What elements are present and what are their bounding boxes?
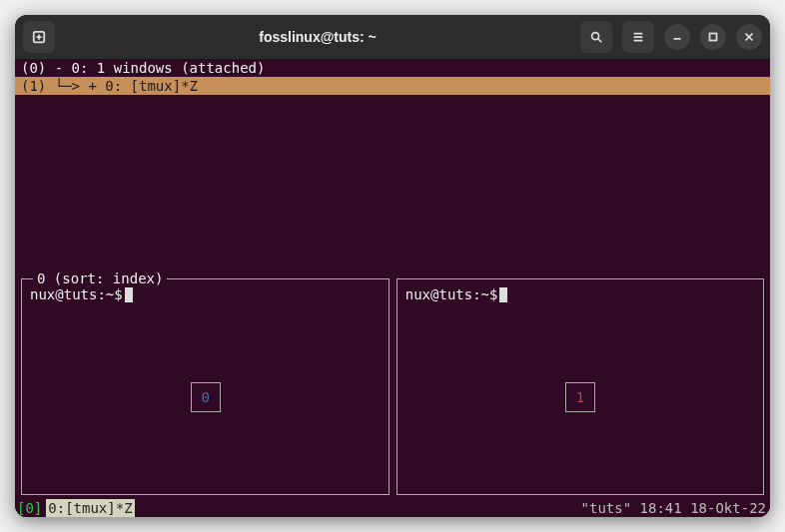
titlebar-right-controls xyxy=(580,21,762,53)
status-current-window[interactable]: 0:[tmux]*Z xyxy=(46,499,134,517)
tree-session-line[interactable]: (0) - 0: 1 windows (attached) xyxy=(15,59,770,77)
search-button[interactable] xyxy=(580,21,612,53)
tree-window-line-selected[interactable]: (1) └─> + 0: [tmux]*Z xyxy=(15,77,770,95)
prompt-text: nux@tuts:~$ xyxy=(405,285,498,303)
preview-pane-0[interactable]: nux@tuts:~$ 0 xyxy=(21,278,389,495)
pane-number-1: 1 xyxy=(565,382,595,412)
status-right: "tuts" 18:41 18-Okt-22 xyxy=(577,499,770,517)
close-button[interactable] xyxy=(736,24,762,50)
preview-pane-1[interactable]: nux@tuts:~$ 1 xyxy=(396,278,764,495)
maximize-button[interactable] xyxy=(700,24,726,50)
cursor-icon xyxy=(125,287,133,302)
window-title: fosslinux@tuts: ~ xyxy=(61,29,574,45)
terminal-window: fosslinux@tuts: ~ (0) - 0: 1 windows (at… xyxy=(15,15,770,517)
terminal-content[interactable]: (0) - 0: 1 windows (attached) (1) └─> + … xyxy=(15,59,770,517)
new-tab-button[interactable] xyxy=(23,21,55,53)
svg-rect-9 xyxy=(710,34,717,41)
titlebar: fosslinux@tuts: ~ xyxy=(15,15,770,59)
pane-1-prompt: nux@tuts:~$ xyxy=(397,279,763,303)
menu-button[interactable] xyxy=(622,21,654,53)
prompt-text: nux@tuts:~$ xyxy=(30,285,123,303)
minimize-button[interactable] xyxy=(664,24,690,50)
preview-header: 0 (sort: index) xyxy=(33,269,167,287)
status-session: [0] xyxy=(15,499,44,517)
cursor-icon xyxy=(499,287,507,302)
pane-divider xyxy=(389,278,390,495)
tmux-statusbar: [0] 0:[tmux]*Z "tuts" 18:41 18-Okt-22 xyxy=(15,499,770,517)
preview-area: 0 (sort: index) nux@tuts:~$ 0 nux@tuts:~… xyxy=(21,278,764,495)
pane-number-0: 0 xyxy=(191,382,221,412)
svg-line-4 xyxy=(598,39,602,43)
svg-point-3 xyxy=(592,33,599,40)
